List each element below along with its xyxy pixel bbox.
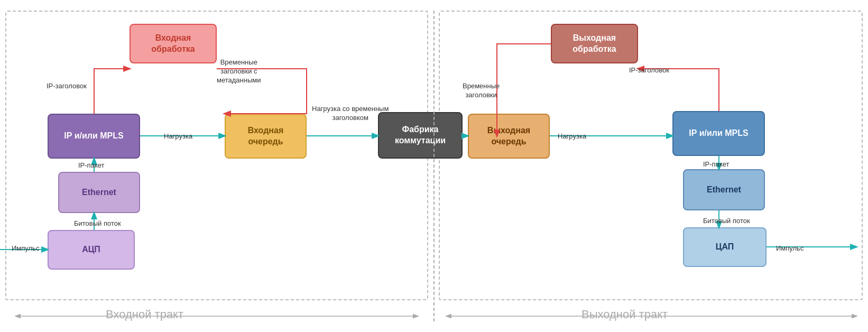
ip-header-left-label: IP-заголовок bbox=[47, 82, 87, 91]
impulse-left-label: Импульс bbox=[12, 244, 39, 253]
diagram-container: Входнаяобработка IP и/или MPLS Ethernet … bbox=[0, 0, 868, 332]
acp-node: АЦП bbox=[48, 230, 135, 270]
dap-node: ЦАП bbox=[683, 227, 767, 267]
ip-mpls-left-node: IP и/или MPLS bbox=[48, 114, 140, 159]
output-processing-node: Выходнаяобработка bbox=[551, 24, 638, 63]
temp-headers-right-label: Временныезаголовки bbox=[463, 82, 500, 100]
payload-left-label: Нагрузка bbox=[164, 132, 192, 141]
payload-right-label: Нагрузка bbox=[558, 132, 586, 141]
bit-stream-right-label: Битовый поток bbox=[703, 217, 750, 226]
output-queue-node: Выходнаяочередь bbox=[468, 114, 550, 159]
impulse-right-label: Импульс bbox=[776, 244, 804, 253]
vertical-divider bbox=[433, 11, 435, 321]
bit-stream-left-label: Битовый поток bbox=[74, 219, 121, 228]
ip-mpls-right-node: IP и/или MPLS bbox=[672, 111, 765, 156]
section-label-left: Входной тракт bbox=[106, 308, 183, 321]
ethernet-right-node: Ethernet bbox=[683, 169, 765, 210]
input-processing-node: Входнаяобработка bbox=[130, 24, 217, 63]
temp-headers-meta-label: Временныезаголовки сметаданными bbox=[217, 58, 261, 85]
ethernet-left-node: Ethernet bbox=[58, 172, 140, 213]
input-queue-node: Входнаяочередь bbox=[225, 114, 307, 159]
ip-packet-left-label: IP-пакет bbox=[78, 161, 104, 170]
payload-temp-label: Нагрузка со временнымзаголовком bbox=[312, 105, 389, 123]
switching-fabric-node: Фабрикакоммутации bbox=[378, 112, 463, 159]
ip-packet-right-label: IP-пакет bbox=[703, 160, 729, 169]
section-label-right: Выходной тракт bbox=[581, 308, 668, 321]
ip-header-right-label: IP-заголовок bbox=[629, 66, 669, 75]
